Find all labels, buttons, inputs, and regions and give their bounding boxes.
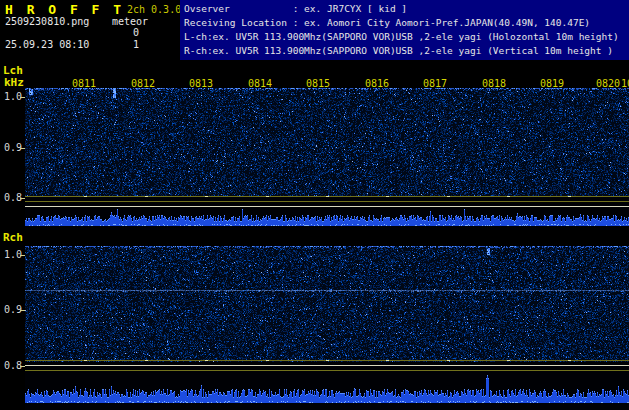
rch-channel-label: Rch: [3, 231, 23, 244]
rch-config-line: R-ch:ex. UV5R 113.900Mhz(SAPPORO VOR)USB…: [184, 44, 629, 58]
observer-line: Ovserver : ex. JR7CYX [ kid ]: [184, 2, 629, 16]
mode-label: meteor: [112, 16, 148, 27]
lch-spectrogram: [25, 88, 629, 230]
hrofft-window: H R O F F T 2ch 0.3.0 2509230810.png met…: [0, 0, 629, 410]
info-panel: Ovserver : ex. JR7CYX [ kid ] Receiving …: [180, 0, 629, 60]
output-filename: 2509230810.png: [5, 16, 89, 27]
khz-unit-label: kHz: [4, 76, 24, 89]
rch-spectrogram: [25, 246, 629, 410]
timestamp: 25.09.23 08:10: [5, 39, 89, 50]
app-title: H R O F F T: [5, 2, 124, 17]
counter-top: 0: [133, 27, 139, 38]
app-version: 2ch 0.3.0: [127, 4, 181, 15]
lch-config-line: L-ch:ex. UV5R 113.900Mhz(SAPPORO VOR)USB…: [184, 30, 629, 44]
counter-bottom: 1: [133, 39, 139, 50]
location-line: Receiving Location : ex. Aomori City Aom…: [184, 16, 629, 30]
